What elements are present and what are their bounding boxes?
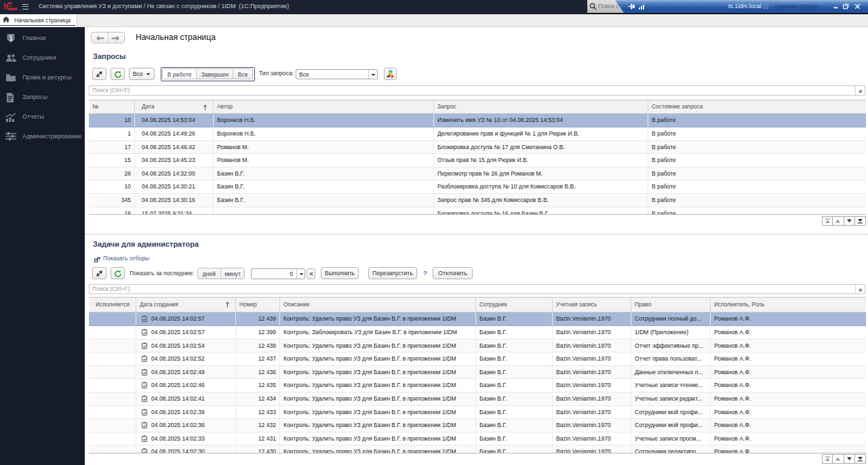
svg-text:1: 1 xyxy=(9,35,13,42)
